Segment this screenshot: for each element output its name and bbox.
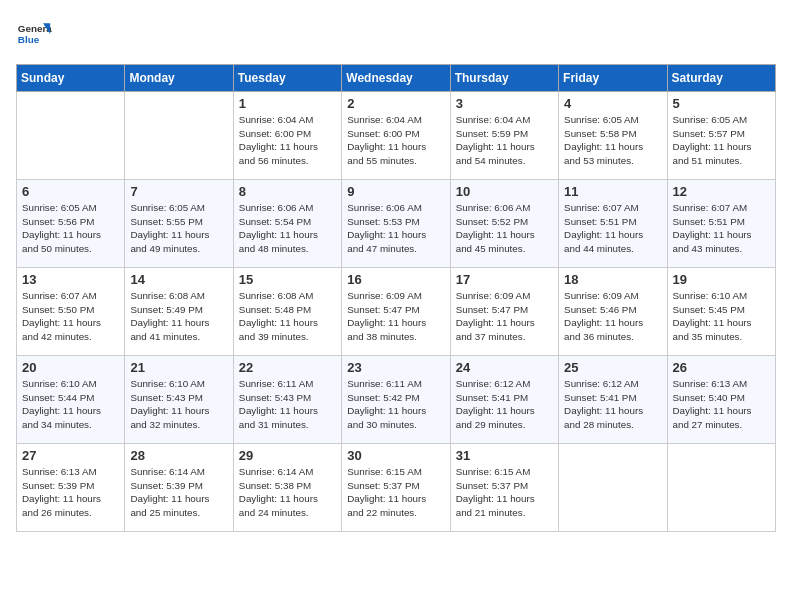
calendar-week-3: 13 Sunrise: 6:07 AM Sunset: 5:50 PM Dayl… — [17, 268, 776, 356]
calendar-cell: 18 Sunrise: 6:09 AM Sunset: 5:46 PM Dayl… — [559, 268, 667, 356]
calendar-cell: 14 Sunrise: 6:08 AM Sunset: 5:49 PM Dayl… — [125, 268, 233, 356]
day-info: Sunrise: 6:14 AM Sunset: 5:39 PM Dayligh… — [130, 465, 227, 520]
day-info: Sunrise: 6:09 AM Sunset: 5:47 PM Dayligh… — [347, 289, 444, 344]
day-number: 26 — [673, 360, 770, 375]
day-number: 25 — [564, 360, 661, 375]
calendar-cell: 15 Sunrise: 6:08 AM Sunset: 5:48 PM Dayl… — [233, 268, 341, 356]
calendar-cell: 5 Sunrise: 6:05 AM Sunset: 5:57 PM Dayli… — [667, 92, 775, 180]
col-header-sunday: Sunday — [17, 65, 125, 92]
day-info: Sunrise: 6:05 AM Sunset: 5:57 PM Dayligh… — [673, 113, 770, 168]
calendar-cell: 25 Sunrise: 6:12 AM Sunset: 5:41 PM Dayl… — [559, 356, 667, 444]
calendar-cell — [17, 92, 125, 180]
calendar-cell: 24 Sunrise: 6:12 AM Sunset: 5:41 PM Dayl… — [450, 356, 558, 444]
day-number: 15 — [239, 272, 336, 287]
col-header-thursday: Thursday — [450, 65, 558, 92]
day-info: Sunrise: 6:10 AM Sunset: 5:45 PM Dayligh… — [673, 289, 770, 344]
day-info: Sunrise: 6:07 AM Sunset: 5:51 PM Dayligh… — [564, 201, 661, 256]
day-number: 4 — [564, 96, 661, 111]
calendar-cell: 29 Sunrise: 6:14 AM Sunset: 5:38 PM Dayl… — [233, 444, 341, 532]
calendar-cell: 27 Sunrise: 6:13 AM Sunset: 5:39 PM Dayl… — [17, 444, 125, 532]
day-info: Sunrise: 6:05 AM Sunset: 5:58 PM Dayligh… — [564, 113, 661, 168]
day-number: 20 — [22, 360, 119, 375]
day-number: 13 — [22, 272, 119, 287]
day-info: Sunrise: 6:04 AM Sunset: 6:00 PM Dayligh… — [347, 113, 444, 168]
calendar-cell: 30 Sunrise: 6:15 AM Sunset: 5:37 PM Dayl… — [342, 444, 450, 532]
calendar-cell: 16 Sunrise: 6:09 AM Sunset: 5:47 PM Dayl… — [342, 268, 450, 356]
day-info: Sunrise: 6:13 AM Sunset: 5:39 PM Dayligh… — [22, 465, 119, 520]
day-info: Sunrise: 6:14 AM Sunset: 5:38 PM Dayligh… — [239, 465, 336, 520]
calendar-cell: 2 Sunrise: 6:04 AM Sunset: 6:00 PM Dayli… — [342, 92, 450, 180]
day-number: 23 — [347, 360, 444, 375]
day-number: 18 — [564, 272, 661, 287]
col-header-tuesday: Tuesday — [233, 65, 341, 92]
day-number: 21 — [130, 360, 227, 375]
calendar-cell: 22 Sunrise: 6:11 AM Sunset: 5:43 PM Dayl… — [233, 356, 341, 444]
day-info: Sunrise: 6:12 AM Sunset: 5:41 PM Dayligh… — [456, 377, 553, 432]
calendar-table: SundayMondayTuesdayWednesdayThursdayFrid… — [16, 64, 776, 532]
day-number: 17 — [456, 272, 553, 287]
day-info: Sunrise: 6:06 AM Sunset: 5:52 PM Dayligh… — [456, 201, 553, 256]
logo: General Blue — [16, 16, 56, 52]
calendar-cell: 21 Sunrise: 6:10 AM Sunset: 5:43 PM Dayl… — [125, 356, 233, 444]
day-number: 3 — [456, 96, 553, 111]
day-number: 5 — [673, 96, 770, 111]
day-info: Sunrise: 6:07 AM Sunset: 5:50 PM Dayligh… — [22, 289, 119, 344]
day-number: 22 — [239, 360, 336, 375]
day-number: 7 — [130, 184, 227, 199]
col-header-friday: Friday — [559, 65, 667, 92]
day-number: 14 — [130, 272, 227, 287]
calendar-week-2: 6 Sunrise: 6:05 AM Sunset: 5:56 PM Dayli… — [17, 180, 776, 268]
calendar-cell: 8 Sunrise: 6:06 AM Sunset: 5:54 PM Dayli… — [233, 180, 341, 268]
day-number: 31 — [456, 448, 553, 463]
day-info: Sunrise: 6:09 AM Sunset: 5:47 PM Dayligh… — [456, 289, 553, 344]
day-number: 9 — [347, 184, 444, 199]
day-number: 12 — [673, 184, 770, 199]
logo-icon: General Blue — [16, 16, 52, 52]
day-number: 30 — [347, 448, 444, 463]
day-number: 10 — [456, 184, 553, 199]
calendar-cell: 17 Sunrise: 6:09 AM Sunset: 5:47 PM Dayl… — [450, 268, 558, 356]
calendar-cell: 9 Sunrise: 6:06 AM Sunset: 5:53 PM Dayli… — [342, 180, 450, 268]
calendar-week-1: 1 Sunrise: 6:04 AM Sunset: 6:00 PM Dayli… — [17, 92, 776, 180]
day-info: Sunrise: 6:10 AM Sunset: 5:43 PM Dayligh… — [130, 377, 227, 432]
day-number: 6 — [22, 184, 119, 199]
day-number: 28 — [130, 448, 227, 463]
calendar-cell: 4 Sunrise: 6:05 AM Sunset: 5:58 PM Dayli… — [559, 92, 667, 180]
calendar-cell: 1 Sunrise: 6:04 AM Sunset: 6:00 PM Dayli… — [233, 92, 341, 180]
day-number: 8 — [239, 184, 336, 199]
day-info: Sunrise: 6:12 AM Sunset: 5:41 PM Dayligh… — [564, 377, 661, 432]
day-number: 11 — [564, 184, 661, 199]
calendar-cell — [667, 444, 775, 532]
day-number: 2 — [347, 96, 444, 111]
day-info: Sunrise: 6:11 AM Sunset: 5:43 PM Dayligh… — [239, 377, 336, 432]
day-info: Sunrise: 6:08 AM Sunset: 5:48 PM Dayligh… — [239, 289, 336, 344]
day-info: Sunrise: 6:13 AM Sunset: 5:40 PM Dayligh… — [673, 377, 770, 432]
svg-text:Blue: Blue — [18, 34, 40, 45]
day-info: Sunrise: 6:06 AM Sunset: 5:54 PM Dayligh… — [239, 201, 336, 256]
calendar-cell: 13 Sunrise: 6:07 AM Sunset: 5:50 PM Dayl… — [17, 268, 125, 356]
calendar-cell: 12 Sunrise: 6:07 AM Sunset: 5:51 PM Dayl… — [667, 180, 775, 268]
calendar-cell: 6 Sunrise: 6:05 AM Sunset: 5:56 PM Dayli… — [17, 180, 125, 268]
calendar-week-5: 27 Sunrise: 6:13 AM Sunset: 5:39 PM Dayl… — [17, 444, 776, 532]
calendar-cell: 26 Sunrise: 6:13 AM Sunset: 5:40 PM Dayl… — [667, 356, 775, 444]
col-header-saturday: Saturday — [667, 65, 775, 92]
day-info: Sunrise: 6:09 AM Sunset: 5:46 PM Dayligh… — [564, 289, 661, 344]
day-info: Sunrise: 6:08 AM Sunset: 5:49 PM Dayligh… — [130, 289, 227, 344]
day-number: 29 — [239, 448, 336, 463]
day-number: 16 — [347, 272, 444, 287]
day-info: Sunrise: 6:06 AM Sunset: 5:53 PM Dayligh… — [347, 201, 444, 256]
calendar-cell: 11 Sunrise: 6:07 AM Sunset: 5:51 PM Dayl… — [559, 180, 667, 268]
day-info: Sunrise: 6:05 AM Sunset: 5:55 PM Dayligh… — [130, 201, 227, 256]
page-header: General Blue — [16, 16, 776, 52]
day-number: 1 — [239, 96, 336, 111]
calendar-cell — [559, 444, 667, 532]
calendar-cell: 23 Sunrise: 6:11 AM Sunset: 5:42 PM Dayl… — [342, 356, 450, 444]
day-info: Sunrise: 6:04 AM Sunset: 5:59 PM Dayligh… — [456, 113, 553, 168]
calendar-cell — [125, 92, 233, 180]
calendar-header-row: SundayMondayTuesdayWednesdayThursdayFrid… — [17, 65, 776, 92]
day-info: Sunrise: 6:07 AM Sunset: 5:51 PM Dayligh… — [673, 201, 770, 256]
day-number: 19 — [673, 272, 770, 287]
calendar-week-4: 20 Sunrise: 6:10 AM Sunset: 5:44 PM Dayl… — [17, 356, 776, 444]
calendar-cell: 7 Sunrise: 6:05 AM Sunset: 5:55 PM Dayli… — [125, 180, 233, 268]
calendar-cell: 19 Sunrise: 6:10 AM Sunset: 5:45 PM Dayl… — [667, 268, 775, 356]
